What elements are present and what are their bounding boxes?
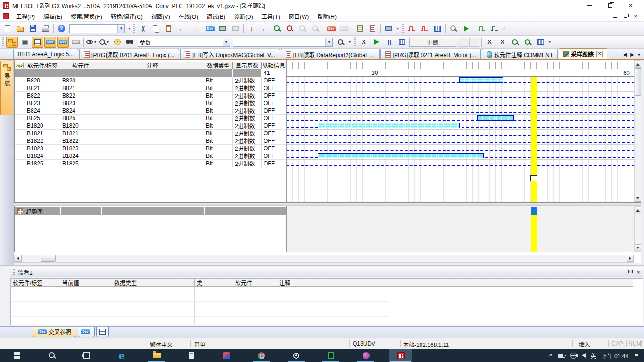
- wave-row-B1821[interactable]: [287, 130, 634, 137]
- toolbar-grip[interactable]: [133, 24, 135, 33]
- wave-row-B1825[interactable]: [287, 160, 634, 167]
- menu-find-replace[interactable]: 搜索/替换(F): [66, 11, 107, 22]
- scrollbar-thumb[interactable]: [635, 68, 641, 96]
- menu-convert-compile[interactable]: 转换/编译(C): [107, 11, 147, 22]
- device-display-button[interactable]: ▼: [86, 37, 98, 48]
- toolbar-overflow-icon[interactable]: ▾: [347, 37, 353, 48]
- tab-scroll-left-icon[interactable]: ◀: [623, 52, 627, 57]
- trend-header-row[interactable]: 趋势图: [15, 207, 286, 215]
- trace-column-header[interactable]: 软元件: [60, 62, 101, 69]
- trace-device-row[interactable]: B1823B1823Bit2进制数OFF: [15, 145, 286, 152]
- find-target-combo-dropdown-icon[interactable]: ▼: [223, 38, 230, 46]
- tab-close-icon[interactable]: ×: [596, 51, 603, 57]
- watch-column-header[interactable]: 软元件/标签: [11, 279, 60, 287]
- edge-app[interactable]: e: [110, 349, 133, 362]
- horizontal-scrollbar[interactable]: [14, 255, 634, 263]
- search-button[interactable]: [41, 349, 63, 362]
- minimize-button[interactable]: [579, 0, 600, 11]
- print-button[interactable]: [40, 23, 51, 34]
- device-search-button[interactable]: ▼: [99, 37, 110, 48]
- trace-display-narrow-button[interactable]: [476, 23, 488, 34]
- module-configuration-button[interactable]: [19, 37, 31, 48]
- task-view-button[interactable]: [75, 349, 98, 362]
- trace-device-row[interactable]: B822B822Bit2进制数OFF: [15, 92, 286, 99]
- pin-icon[interactable]: [627, 269, 633, 275]
- trace-column-header[interactable]: 显示基数: [233, 62, 262, 69]
- watch-title-bar[interactable]: 监看1 ×: [10, 267, 643, 277]
- toolbar-overflow-icon[interactable]: ▾: [501, 23, 507, 34]
- trace-column-header[interactable]: 软元件/标签: [25, 62, 60, 69]
- trace-column-header[interactable]: 数据类型: [204, 62, 233, 69]
- menu-view[interactable]: 视图(V): [147, 11, 174, 22]
- trace-read-button[interactable]: [447, 23, 459, 34]
- pane-splitter[interactable]: [14, 203, 641, 206]
- volume-icon[interactable]: [582, 353, 586, 358]
- calculator-app[interactable]: [180, 349, 203, 362]
- skip-execution-button[interactable]: X: [484, 37, 495, 48]
- trace-device-row[interactable]: B1820B1820Bit2进制数OFF: [15, 122, 286, 130]
- scroll-up-icon[interactable]: [635, 61, 641, 68]
- open-project-button[interactable]: [14, 23, 26, 34]
- save-project-button[interactable]: [27, 23, 39, 34]
- watch-column-header[interactable]: 类: [195, 279, 233, 287]
- scroll-right-icon[interactable]: [627, 255, 634, 262]
- menu-diagnostics[interactable]: 诊断(D): [230, 11, 257, 22]
- trace-device-row[interactable]: B823B823Bit2进制数OFF: [15, 99, 286, 107]
- wave-row-B820[interactable]: [287, 77, 634, 84]
- trend-cursor-head[interactable]: [531, 207, 537, 215]
- trace-device-row[interactable]: B1822B1822Bit2进制数OFF: [15, 137, 286, 145]
- watch-empty-row[interactable]: [11, 302, 389, 309]
- monitor-start-button[interactable]: [271, 23, 283, 34]
- document-search-button[interactable]: [335, 37, 347, 48]
- restore-button[interactable]: [600, 0, 620, 11]
- wave-row-B825[interactable]: [287, 115, 634, 122]
- trend-cursor-bar[interactable]: [531, 215, 537, 252]
- green-tool-app[interactable]: [320, 349, 342, 362]
- trace-column-header[interactable]: 注释: [101, 62, 204, 69]
- scrollbar-thumb[interactable]: [41, 255, 56, 262]
- scroll-down-icon[interactable]: [635, 244, 641, 251]
- watch-close-icon[interactable]: ×: [636, 269, 640, 276]
- tab-device-comment[interactable]: 软元件注释 COMMENT: [482, 49, 558, 59]
- quick-find-combo-input[interactable]: [70, 25, 117, 32]
- paint-app[interactable]: [215, 349, 238, 362]
- quick-find-combo-dropdown-icon[interactable]: ▼: [117, 25, 124, 33]
- find-value-combo[interactable]: ▼: [233, 38, 333, 47]
- toolbar-overflow-icon[interactable]: ▾: [547, 37, 553, 48]
- menu-window[interactable]: 窗口(W): [284, 11, 313, 22]
- trace-display-wide-button[interactable]: [489, 23, 501, 34]
- tab-areaa-logic[interactable]: 0101 AreaA_Logic 5...: [13, 49, 78, 59]
- device-monitor-start-button[interactable]: Dev: [325, 23, 337, 34]
- menu-project[interactable]: 工程(P): [12, 11, 39, 22]
- trace-device-row[interactable]: B1824B1824Bit2进制数OFF: [15, 152, 286, 160]
- wave-row-B1820[interactable]: [287, 122, 634, 130]
- help-button[interactable]: ?: [56, 23, 67, 34]
- debug-pause-button[interactable]: [383, 37, 395, 48]
- device-memory-toggle-button[interactable]: Dev: [57, 37, 69, 48]
- undo-button[interactable]: ←: [175, 23, 187, 34]
- drag-grip[interactable]: [13, 269, 15, 275]
- tab-datareport2[interactable]: [FB]读取 DataReport2(Global_...: [281, 49, 380, 59]
- trace-device-row[interactable]: B821B821Bit2进制数OFF: [15, 84, 286, 92]
- monitor-stop-button[interactable]: [284, 23, 296, 34]
- find-target-combo-input[interactable]: [138, 39, 223, 46]
- device-reference-button[interactable]: Dev: [70, 37, 82, 48]
- output-window-toggle-button[interactable]: [32, 37, 43, 48]
- wave-row-B1822[interactable]: [287, 137, 634, 145]
- quick-find-combo[interactable]: ▼: [69, 24, 125, 33]
- watch-column-header[interactable]: 注释: [277, 279, 389, 287]
- mdi-restore-button[interactable]: [624, 15, 627, 18]
- debug-grid-button[interactable]: [396, 37, 408, 48]
- read-from-plc-button[interactable]: ←: [258, 23, 270, 34]
- wave-row-B1823[interactable]: [287, 145, 634, 152]
- paste-button[interactable]: [163, 23, 174, 34]
- trace-execute-button[interactable]: [460, 23, 472, 34]
- wave-row-B822[interactable]: [287, 92, 634, 99]
- menu-help[interactable]: 帮助(H): [313, 11, 341, 22]
- device-search-dropdown-icon[interactable]: ▼: [106, 40, 110, 44]
- step-execution-button[interactable]: [509, 37, 521, 48]
- trend-vertical-scrollbar[interactable]: [634, 206, 642, 252]
- toolbar-grip[interactable]: [354, 37, 356, 47]
- cut-button[interactable]: [137, 23, 149, 34]
- menu-online[interactable]: 在线(O): [174, 11, 202, 22]
